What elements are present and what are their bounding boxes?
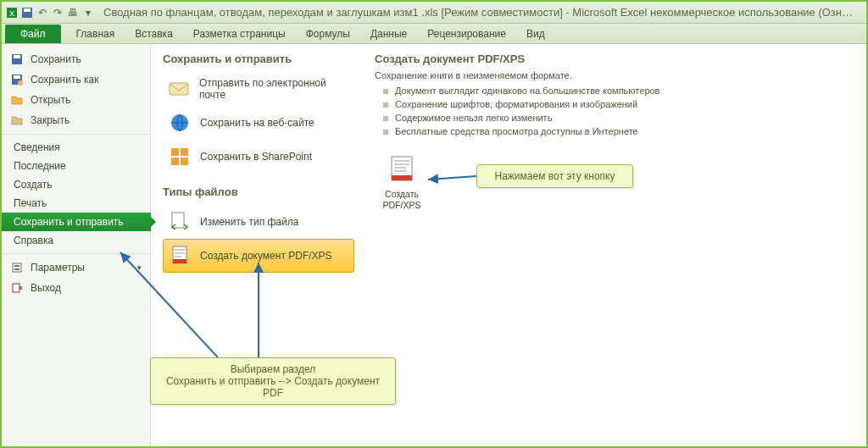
svg-rect-12 [13, 284, 19, 292]
tab-data[interactable]: Данные [360, 25, 417, 43]
web-globe-icon [168, 111, 192, 135]
item-label: Создать документ PDF/XPS [200, 250, 332, 262]
heading-save-send: Сохранить и отправить [163, 53, 354, 65]
backstage-view: Сохранить Сохранить как Открыть Закрыть … [2, 44, 866, 446]
item-label: Отправить по электронной почте [199, 77, 349, 101]
tab-page-layout[interactable]: Разметка страницы [183, 25, 296, 43]
callout-button-hint: Нажимаем вот эту кнопку [476, 164, 633, 188]
svg-rect-9 [13, 263, 21, 272]
svg-point-8 [18, 80, 23, 86]
sharepoint-icon [168, 145, 192, 169]
nav-open[interactable]: Открыть [2, 90, 150, 110]
svg-text:X: X [9, 9, 14, 18]
nav-options[interactable]: Параметры ▾ [2, 257, 150, 278]
item-label: Сохранить на веб-сайте [200, 117, 314, 129]
create-pdf-button[interactable]: Создать PDF/XPS [375, 150, 429, 213]
tab-home[interactable]: Главная [66, 25, 125, 43]
nav-save[interactable]: Сохранить [2, 49, 150, 69]
create-pdf-xps[interactable]: Создать документ PDF/XPS [163, 239, 354, 273]
svg-rect-23 [175, 252, 185, 254]
save-as-icon [10, 73, 24, 86]
svg-rect-29 [394, 167, 406, 169]
heading-file-types: Типы файлов [163, 185, 354, 198]
svg-rect-15 [171, 148, 179, 156]
svg-rect-26 [392, 175, 412, 180]
tab-formulas[interactable]: Формулы [296, 25, 360, 43]
nav-save-send[interactable]: Сохранить и отправить [2, 213, 151, 231]
save-icon [10, 53, 24, 66]
nav-label: Сохранить [31, 53, 81, 65]
pdf-big-icon [386, 153, 418, 185]
nav-save-as[interactable]: Сохранить как [2, 69, 150, 90]
svg-rect-28 [394, 163, 409, 165]
pdf-benefits-list: Документ выглядит одинаково на большинст… [375, 84, 856, 138]
save-web[interactable]: Сохранить на веб-сайте [163, 106, 354, 140]
nav-label: Закрыть [31, 114, 70, 126]
nav-label: Выход [31, 282, 61, 294]
nav-print[interactable]: Печать [2, 194, 150, 213]
svg-rect-13 [170, 83, 188, 95]
nav-label: Последние [14, 160, 66, 172]
quick-access-toolbar: X ↶ ↷ 🖶 ▾ [5, 6, 95, 19]
window-titlebar: X ↶ ↷ 🖶 ▾ Сводная по фланцам, отводам, п… [2, 2, 866, 24]
svg-rect-5 [14, 55, 20, 58]
undo-icon[interactable]: ↶ [36, 6, 49, 19]
tab-insert[interactable]: Вставка [125, 25, 183, 43]
tab-view[interactable]: Вид [516, 25, 555, 43]
callout-section-hint: Выбираем раздел Сохранить и отправить --… [150, 357, 396, 405]
svg-rect-24 [175, 256, 181, 257]
tab-review[interactable]: Рецензирование [417, 25, 516, 43]
save-sharepoint[interactable]: Сохранить в SharePoint [163, 140, 354, 174]
list-item: Сохранение шрифтов, форматирования и изо… [383, 97, 856, 111]
nav-label: Сохранить и отправить [14, 216, 124, 228]
redo-icon[interactable]: ↷ [51, 6, 64, 19]
nav-recent[interactable]: Последние [2, 157, 150, 175]
window-title: Сводная по фланцам, отводам, переходам и… [98, 6, 863, 19]
list-item: Содержимое нельзя легко изменить [383, 111, 856, 124]
callout-text: Нажимаем вот эту кнопку [495, 170, 615, 182]
send-email[interactable]: Отправить по электронной почте [163, 72, 354, 106]
nav-label: Сохранить как [31, 74, 98, 86]
svg-rect-16 [181, 148, 188, 156]
nav-exit[interactable]: Выход [2, 278, 150, 298]
button-label: Создать PDF/XPS [376, 189, 427, 210]
tab-file[interactable]: Файл [5, 25, 61, 43]
change-type-icon [168, 210, 192, 234]
list-item: Бесплатные средства просмотра доступны в… [383, 124, 856, 138]
svg-rect-18 [181, 158, 188, 165]
pdf-description: Сохранение книги в неизменяемом формате. [375, 70, 856, 80]
nav-label: Справка [14, 235, 53, 246]
nav-create[interactable]: Создать [2, 175, 150, 194]
close-folder-icon [10, 113, 24, 127]
chevron-down-icon: ▾ [137, 263, 142, 272]
nav-label: Сведения [14, 141, 60, 153]
nav-label: Создать [14, 179, 53, 191]
svg-rect-27 [394, 160, 409, 162]
save-icon[interactable] [20, 6, 34, 19]
backstage-leftnav: Сохранить Сохранить как Открыть Закрыть … [2, 44, 151, 446]
nav-separator [2, 134, 150, 135]
nav-label: Параметры [31, 262, 85, 274]
ribbon-tabs: Файл Главная Вставка Разметка страницы Ф… [2, 24, 866, 44]
callout-text: Сохранить и отправить --> Создать докуме… [161, 375, 385, 399]
change-file-type[interactable]: Изменить тип файла [163, 205, 354, 239]
nav-label: Печать [14, 197, 47, 209]
nav-info[interactable]: Сведения [2, 138, 150, 157]
nav-help[interactable]: Справка [2, 231, 150, 250]
svg-rect-3 [24, 8, 31, 12]
pdf-details-pane: Создать документ PDF/XPS Сохранение книг… [363, 44, 866, 446]
svg-rect-21 [173, 259, 186, 263]
print-qat-icon[interactable]: 🖶 [66, 6, 80, 19]
options-icon [10, 261, 24, 274]
open-folder-icon [10, 93, 24, 107]
svg-rect-17 [171, 158, 179, 165]
svg-rect-11 [14, 268, 19, 270]
pdf-heading: Создать документ PDF/XPS [375, 53, 856, 65]
item-label: Сохранить в SharePoint [200, 151, 312, 163]
email-icon [168, 77, 191, 101]
qat-dropdown-icon[interactable]: ▾ [81, 6, 95, 19]
callout-text: Выбираем раздел [161, 363, 385, 375]
nav-close[interactable]: Закрыть [2, 110, 150, 130]
nav-separator [2, 253, 150, 254]
svg-rect-10 [14, 265, 19, 267]
